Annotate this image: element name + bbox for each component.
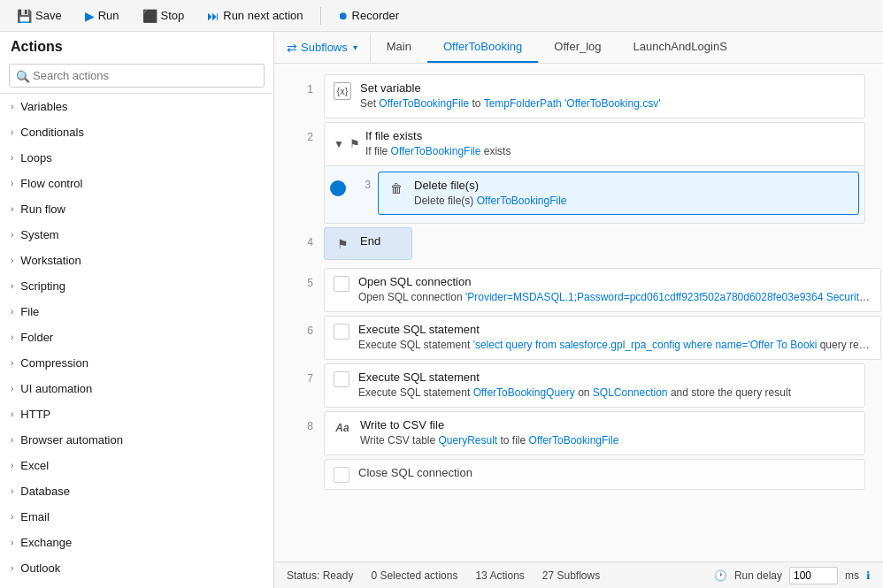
sidebar-item-file[interactable]: › File (0, 299, 273, 325)
sidebar-item-scripting[interactable]: › Scripting (0, 273, 273, 299)
sidebar-search-area: 🔍 (0, 58, 273, 94)
if-block-header[interactable]: ▼ ⚑ If file exists If file OfferToBookin… (324, 122, 865, 166)
var-query-result-csv: QueryResult (438, 434, 497, 447)
flow-row-5: 5 Open SQL connection Open SQL connectio… (292, 268, 865, 312)
if-content: If file exists If file OfferToBookingFil… (365, 129, 856, 159)
chevron-right-icon: › (11, 512, 13, 522)
save-button[interactable]: 💾 Save (7, 4, 72, 27)
flow-row-1: 1 {x} Set variable Set OfferToBookingFil… (292, 74, 865, 118)
sidebar-item-run-flow[interactable]: › Run flow (0, 196, 273, 222)
sidebar-item-system[interactable]: › System (0, 222, 273, 248)
status-right: 🕐 Run delay ms ℹ (714, 567, 871, 584)
execute-sql-1-detail: Execute SQL statement 'select query from… (358, 338, 871, 353)
run-button[interactable]: ▶ Run (75, 4, 129, 27)
str-query: 'select query from salesforce.gpl_rpa_co… (473, 339, 818, 351)
action-delete-files[interactable]: 🗑 Delete file(s) Delete file(s) OfferToB… (378, 172, 859, 216)
chevron-right-icon: › (11, 332, 13, 342)
line-4: 4 (292, 227, 324, 248)
chevron-right-icon: › (11, 384, 13, 393)
chevron-right-icon: › (11, 281, 13, 291)
chevron-right-icon: › (11, 486, 13, 496)
line-6: 6 (292, 316, 324, 337)
sidebar-item-database[interactable]: › Database (0, 478, 273, 504)
action-execute-sql-2[interactable]: Execute SQL statement Execute SQL statem… (324, 363, 865, 408)
write-csv-content: Write to CSV file Write CSV table QueryR… (360, 418, 856, 448)
open-sql-content: Open SQL connection Open SQL connection … (358, 275, 871, 305)
str-connection: 'Provider=MSDASQL.1;Password=pcd061cdff9… (465, 291, 871, 303)
line-5: 5 (292, 268, 324, 289)
tab-launch-login[interactable]: LaunchAndLoginS (618, 32, 743, 63)
tab-offer-log[interactable]: Offer_log (538, 32, 617, 63)
subflows-button[interactable]: ⇄ Subflows ▾ (274, 34, 371, 62)
sidebar-item-folder[interactable]: › Folder (0, 325, 273, 350)
execute-sql-2-detail: Execute SQL statement OfferToBookingQuer… (358, 386, 856, 401)
sidebar-item-exchange[interactable]: › Exchange (0, 530, 273, 555)
var-offer-to-booking-file: OfferToBookingFile (379, 97, 469, 110)
line-8: 8 (292, 411, 324, 432)
info-icon: ℹ (866, 569, 871, 582)
action-close-sql[interactable]: Close SQL connection (324, 459, 865, 490)
sidebar-item-variables[interactable]: › Variables (0, 94, 273, 119)
run-next-button[interactable]: ⏭ Run next action (197, 4, 312, 27)
flow-row-8: 8 Aa Write to CSV file Write CSV table Q… (292, 411, 865, 455)
chevron-right-icon: › (11, 102, 13, 111)
sidebar-item-browser-automation[interactable]: › Browser automation (0, 427, 273, 453)
delete-detail: Delete file(s) OfferToBookingFile (414, 194, 849, 209)
sidebar-list: › Variables › Conditionals › Loops › Flo… (0, 94, 273, 588)
sidebar-item-email[interactable]: › Email (0, 504, 273, 530)
status-ready: Status: Ready (287, 569, 353, 582)
recorder-button[interactable]: ⏺ Recorder (328, 4, 409, 27)
delete-icon: 🗑 (388, 179, 405, 197)
sidebar-item-loops[interactable]: › Loops (0, 145, 273, 171)
chevron-right-icon: › (11, 179, 13, 188)
sidebar-item-flow-control[interactable]: › Flow control (0, 171, 273, 196)
action-set-variable-content: Set variable Set OfferToBookingFile to T… (360, 81, 856, 111)
action-set-variable[interactable]: {x} Set variable Set OfferToBookingFile … (324, 74, 865, 118)
action-title: Set variable (360, 81, 856, 95)
action-open-sql[interactable]: Open SQL connection Open SQL connection … (324, 268, 881, 312)
var-del-file: OfferToBookingFile (477, 195, 567, 207)
end-title: End (360, 234, 380, 248)
search-icon: 🔍 (16, 69, 30, 82)
chevron-right-icon: › (11, 204, 13, 214)
sidebar-item-workstation[interactable]: › Workstation (0, 248, 273, 273)
if-block: ▼ ⚑ If file exists If file OfferToBookin… (324, 122, 865, 225)
if-detail: If file OfferToBookingFile exists (365, 144, 856, 159)
collapse-icon: ▼ (334, 138, 344, 150)
action-write-csv[interactable]: Aa Write to CSV file Write CSV table Que… (324, 411, 865, 455)
stop-button[interactable]: ⬛ Stop (133, 4, 195, 27)
end-flag-icon: ⚑ (334, 235, 351, 253)
sidebar-item-message-boxes[interactable]: › Message boxes (0, 581, 273, 588)
action-detail: Set OfferToBookingFile to TempFolderPath… (360, 96, 856, 111)
tab-offer-to-booking[interactable]: OfferToBooking (427, 32, 538, 63)
tabs-container: Main OfferToBooking Offer_log LaunchAndL… (371, 32, 883, 63)
sidebar-item-excel[interactable]: › Excel (0, 453, 273, 478)
flow-row-9: Close SQL connection (292, 459, 865, 496)
sidebar-item-ui-automation[interactable]: › UI automation (0, 376, 273, 401)
if-block-body: 3 🗑 Delete file(s) Delete file(s) OfferT… (324, 166, 865, 225)
sidebar-item-compression[interactable]: › Compression (0, 350, 273, 376)
sidebar-item-outlook[interactable]: › Outlook (0, 555, 273, 581)
if-title: If file exists (365, 129, 856, 142)
search-input[interactable] (9, 64, 265, 88)
ms-label: ms (845, 569, 859, 582)
write-csv-title: Write to CSV file (360, 418, 856, 431)
flow-row-7: 7 Execute SQL statement Execute SQL stat… (292, 363, 865, 408)
var-csv-file: OfferToBookingFile (529, 434, 619, 447)
chevron-right-icon: › (11, 153, 13, 163)
flag-icon: ⚑ (349, 137, 360, 150)
chevron-right-icon: › (11, 461, 13, 470)
tabs-bar: ⇄ Subflows ▾ Main OfferToBooking Offer_l… (274, 32, 883, 64)
flow-row-3: 3 🗑 Delete file(s) Delete file(s) OfferT… (330, 172, 859, 216)
tab-main[interactable]: Main (371, 32, 427, 63)
content-area: ⇄ Subflows ▾ Main OfferToBooking Offer_l… (274, 32, 883, 588)
close-sql-content: Close SQL connection (358, 466, 856, 481)
sidebar-item-conditionals[interactable]: › Conditionals (0, 119, 273, 145)
action-end[interactable]: ⚑ End (324, 227, 412, 260)
action-execute-sql-1[interactable]: Execute SQL statement Execute SQL statem… (324, 316, 881, 360)
run-delay-input[interactable] (789, 567, 838, 584)
execute-sql-2-icon (334, 371, 349, 387)
flow-row-2: 2 ▼ ⚑ If file exists If file OfferToBook… (292, 122, 865, 225)
chevron-right-icon: › (11, 127, 13, 137)
sidebar-item-http[interactable]: › HTTP (0, 401, 273, 427)
